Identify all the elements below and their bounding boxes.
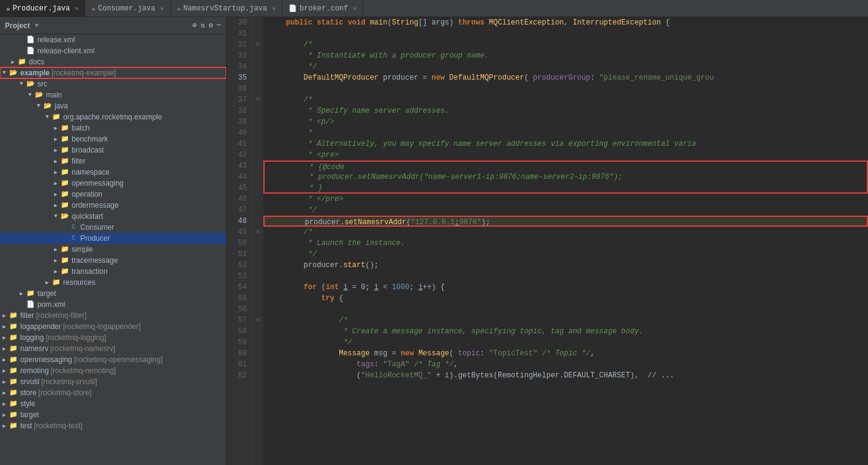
gc-32: ⊖: [252, 39, 263, 50]
code-line-33: * Instantiate with a producer group name…: [263, 50, 868, 61]
folder-remoting-icon: 📁: [9, 366, 18, 375]
tree-arrow: ▼: [26, 92, 34, 98]
tab-broker-close[interactable]: ✕: [353, 5, 357, 12]
tree-item-simple[interactable]: ▶ 📁 simple: [0, 244, 226, 255]
tree-item-org[interactable]: ▼ 📁 org.apache.rocketmq.example: [0, 112, 226, 123]
ln-33: 33: [227, 50, 252, 61]
tab-broker[interactable]: 📄 broker.conf ✕: [282, 0, 363, 17]
ln-35: 35: [227, 72, 252, 83]
folder-openmessaging-module-icon: 📁: [9, 355, 18, 364]
tab-consumer-close[interactable]: ✕: [160, 5, 164, 12]
tab-producer-close[interactable]: ✕: [75, 5, 78, 12]
tree-item-store[interactable]: ▶ 📁 store [rocketmq-store]: [0, 387, 226, 398]
tab-namesrv-close[interactable]: ✕: [272, 5, 276, 12]
tree-bracket: [rocketmq-logging]: [46, 333, 107, 342]
tree-item-transaction[interactable]: ▶ 📁 transaction: [0, 266, 226, 277]
tree-label: filter: [72, 157, 86, 165]
sync-icon[interactable]: ⊕: [192, 21, 197, 30]
tree-item-release-xml[interactable]: 📄 release.xml: [0, 34, 226, 45]
ln-52: 52: [227, 260, 252, 271]
tab-producer[interactable]: ☕ Producer.java ✕: [0, 0, 85, 17]
collapse-icon[interactable]: ⇅: [200, 21, 205, 30]
tree-label: logging: [20, 333, 44, 342]
tree-item-benchmark[interactable]: ▶ 📁 benchmark: [0, 134, 226, 145]
folder-java-icon: 📂: [43, 102, 53, 110]
tree-item-srvutil[interactable]: ▶ 📁 srvutil [rocketmq-srvutil]: [0, 376, 226, 387]
gutter: ⊖ ⊖ ⊖: [252, 17, 263, 465]
tree-label: docs: [29, 58, 44, 66]
tree-item-target[interactable]: ▶ 📁 target: [0, 288, 226, 299]
folder-batch-icon: 📁: [60, 124, 70, 132]
folder-logging-icon: 📁: [9, 333, 18, 342]
code-line-56: [263, 304, 868, 315]
tree-item-batch[interactable]: ▶ 📁 batch: [0, 123, 226, 134]
tree-item-broadcast[interactable]: ▶ 📁 broadcast: [0, 145, 226, 156]
tree-item-consumer[interactable]: C Consumer: [0, 222, 226, 233]
tree-item-logappender[interactable]: ▶ 📁 logappender [rocketmq-logappender]: [0, 321, 226, 332]
tree-item-openmessaging-module[interactable]: ▶ 📁 openmessaging [rocketmq-openmessagin…: [0, 354, 226, 365]
tree-item-docs[interactable]: ▶ 📁 docs: [0, 56, 226, 67]
code-line-39: * <p/>: [263, 116, 868, 127]
tree-item-producer[interactable]: C Producer: [0, 233, 226, 244]
tree-arrow: ▶: [51, 125, 60, 132]
gc-41: [252, 138, 263, 149]
tree-label: tracemessage: [72, 256, 118, 265]
folder-style-icon: 📁: [9, 399, 18, 408]
code-line-32: /*: [263, 39, 868, 50]
tree-item-example[interactable]: ▼ 📂 example [rocketmq-example]: [0, 67, 226, 78]
folder-benchmark-icon: 📁: [60, 135, 70, 143]
tree-item-filter[interactable]: ▶ 📁 filter: [0, 156, 226, 167]
tab-consumer[interactable]: ☕ Consumer.java ✕: [85, 0, 170, 17]
tree-item-namesrv[interactable]: ▶ 📁 namesrv [rocketmq-namesrv]: [0, 343, 226, 354]
xml-icon: 📄: [26, 36, 36, 44]
ln-56: 56: [227, 304, 252, 315]
tree-bracket: [rocketmq-store]: [39, 388, 92, 397]
tree-item-filter-module[interactable]: ▶ 📁 filter [rocketmq-filter]: [0, 310, 226, 321]
code-line-31: [263, 28, 868, 39]
tree-item-target-root[interactable]: ▶ 📁 target: [0, 409, 226, 420]
tree-item-test[interactable]: ▶ 📁 test [rocketmq-test]: [0, 420, 226, 431]
tree-arrow: ▶: [51, 180, 60, 187]
tree-item-src[interactable]: ▼ 📂 src: [0, 78, 226, 89]
tree-item-logging[interactable]: ▶ 📁 logging [rocketmq-logging]: [0, 332, 226, 343]
tree-arrow: ▶: [0, 401, 9, 407]
folder-test-icon: 📁: [9, 422, 18, 430]
ln-53: 53: [227, 271, 252, 282]
tree-item-resources[interactable]: ▶ 📁 resources: [0, 277, 226, 288]
tree-item-pom[interactable]: 📄 pom.xml: [0, 299, 226, 310]
tree-arrow: ▶: [51, 158, 60, 165]
tree-arrow: ▶: [0, 335, 9, 341]
folder-icon: 📁: [17, 58, 27, 66]
more-icon[interactable]: —: [217, 21, 221, 30]
tab-consumer-label: Consumer.java: [98, 4, 156, 13]
code-editor[interactable]: 30 31 32 33 34 35 36 37 38 39 40 41 42 4…: [227, 17, 868, 465]
gc-61: [252, 359, 263, 370]
tree-item-main[interactable]: ▼ 📂 main: [0, 89, 226, 100]
tree-item-namespace[interactable]: ▶ 📁 namespace: [0, 167, 226, 178]
settings-icon[interactable]: ⚙: [209, 21, 213, 30]
code-line-59: */: [263, 337, 868, 348]
tree-item-quickstart[interactable]: ▼ 📂 quickstart: [0, 211, 226, 222]
tree-arrow: ▶: [51, 169, 60, 176]
tab-namesrv[interactable]: ☕ NamesrvStartup.java ✕: [171, 0, 282, 17]
tree-item-release-client-xml[interactable]: 📄 release-client.xml: [0, 45, 226, 56]
gc-34: [252, 61, 263, 72]
folder-simple-icon: 📁: [60, 245, 70, 254]
tree-item-operation[interactable]: ▶ 📁 operation: [0, 189, 226, 200]
tree-item-java[interactable]: ▼ 📂 java: [0, 100, 226, 112]
tree-item-tracemessage[interactable]: ▶ 📁 tracemessage: [0, 255, 226, 266]
ln-32: 32: [227, 39, 252, 50]
ln-59: 59: [227, 337, 252, 348]
gc-44: [252, 172, 263, 183]
tree-label: transaction: [72, 267, 108, 276]
tree-label: style: [20, 399, 36, 408]
line-numbers: 30 31 32 33 34 35 36 37 38 39 40 41 42 4…: [227, 17, 252, 465]
tree-arrow: ▶: [0, 368, 9, 374]
tree-item-style[interactable]: ▶ 📁 style: [0, 398, 226, 409]
code-line-51: */: [263, 249, 868, 260]
tree-item-ordermessage[interactable]: ▶ 📁 ordermessage: [0, 200, 226, 211]
code-line-30: public static void main(String[] args) t…: [263, 17, 868, 28]
tree-item-remoting[interactable]: ▶ 📁 remoting [rocketmq-remoting]: [0, 365, 226, 376]
tree-label: logappender: [20, 322, 61, 331]
tree-item-openmessaging[interactable]: ▶ 📁 openmessaging: [0, 178, 226, 189]
